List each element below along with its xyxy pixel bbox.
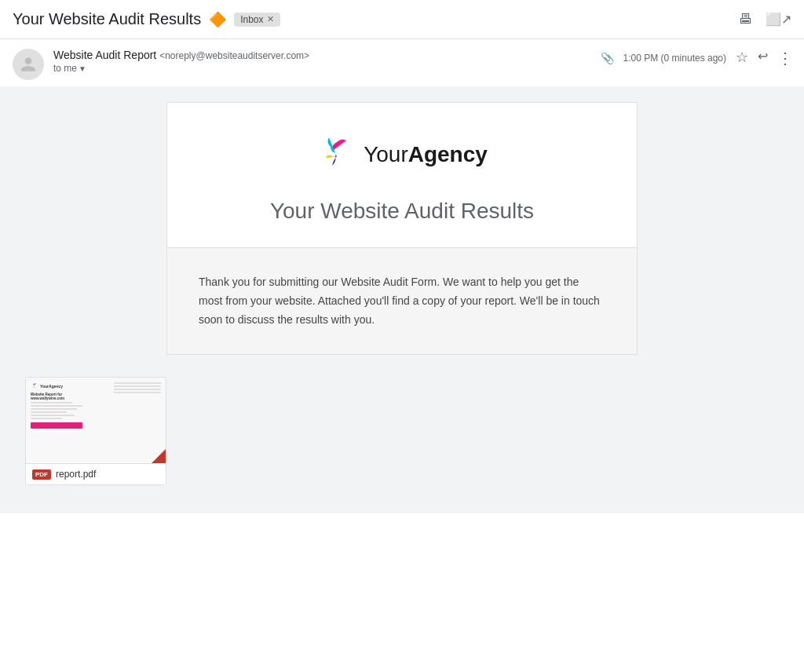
star-icon[interactable]: ☆ [736,49,748,68]
logo-icon [316,134,357,175]
attachment-area: YourAgency Website Report for www.wallyw… [13,371,791,498]
sender-right: 📎 1:00 PM (0 minutes ago) ☆ ↩ ⋮ [601,49,791,68]
pdf-badge: PDF [32,469,51,480]
body-text: Thank you for submitting our Website Aud… [199,273,605,329]
top-bar-actions: 🖶 ⬜↗ [739,11,791,27]
sender-left: Website Audit Report <noreply@websiteaud… [13,49,309,80]
hero-section: YourAgency Your Website Audit Results [167,103,637,248]
inbox-badge-label: Inbox [240,14,263,25]
attachment-filename: report.pdf [56,469,96,480]
email-outer-card: YourAgency Your Website Audit Results Th… [13,86,791,371]
inbox-badge[interactable]: Inbox ✕ [234,13,280,27]
sender-to[interactable]: to me ▼ [53,63,309,74]
timestamp: 1:00 PM (0 minutes ago) [623,53,726,64]
sender-name-line: Website Audit Report <noreply@websiteaud… [53,49,309,61]
avatar [13,49,44,80]
email-action-icons: ☆ ↩ ⋮ [736,49,791,68]
paperclip-icon: 📎 [601,52,614,64]
top-bar: Your Website Audit Results 🔶 Inbox ✕ 🖶 ⬜… [0,0,804,39]
to-label: to me [53,63,77,74]
popout-icon[interactable]: ⬜↗ [766,12,791,27]
chevron-down-icon[interactable]: ▼ [79,64,86,73]
top-bar-left: Your Website Audit Results 🔶 Inbox ✕ [13,10,280,28]
body-section: Thank you for submitting our Website Aud… [167,248,637,354]
logo-your: Your [364,142,408,166]
thumb-footer: PDF report.pdf [26,464,166,484]
thumb-pink-text: Audit Results for www.wallywine.com [31,429,81,435]
thumb-corner-fold [152,449,166,463]
inbox-close-icon[interactable]: ✕ [267,14,274,24]
more-icon[interactable]: ⋮ [777,49,791,68]
thumb-logo-text: YourAgency [40,384,63,389]
logo-text: YourAgency [364,142,488,167]
thumb-preview: YourAgency Website Report for www.wallyw… [26,378,166,464]
attachment-thumb[interactable]: YourAgency Website Report for www.wallyw… [25,377,166,485]
arrow-icon: 🔶 [209,11,226,28]
print-icon[interactable]: 🖶 [739,11,753,27]
email-card: YourAgency Your Website Audit Results Th… [166,102,638,355]
thumb-report-title: Website Report for www.wallywine.com [31,393,82,400]
sender-name: Website Audit Report [53,49,156,61]
thumb-pink-bar: Audit Results for www.wallywine.com [31,422,82,429]
sender-info: Website Audit Report <noreply@websiteaud… [53,49,309,74]
email-subject-title: Your Website Audit Results [13,10,201,28]
reply-icon[interactable]: ↩ [758,49,768,68]
email-page: Your Website Audit Results 🔶 Inbox ✕ 🖶 ⬜… [0,0,804,672]
sender-email: <noreply@websiteauditserver.com> [159,50,309,61]
sender-row: Website Audit Report <noreply@websiteaud… [0,39,804,86]
hero-title: Your Website Audit Results [199,199,605,224]
logo-area: YourAgency [199,134,605,175]
logo-agency: Agency [408,142,488,166]
email-content-area: YourAgency Your Website Audit Results Th… [0,86,804,513]
